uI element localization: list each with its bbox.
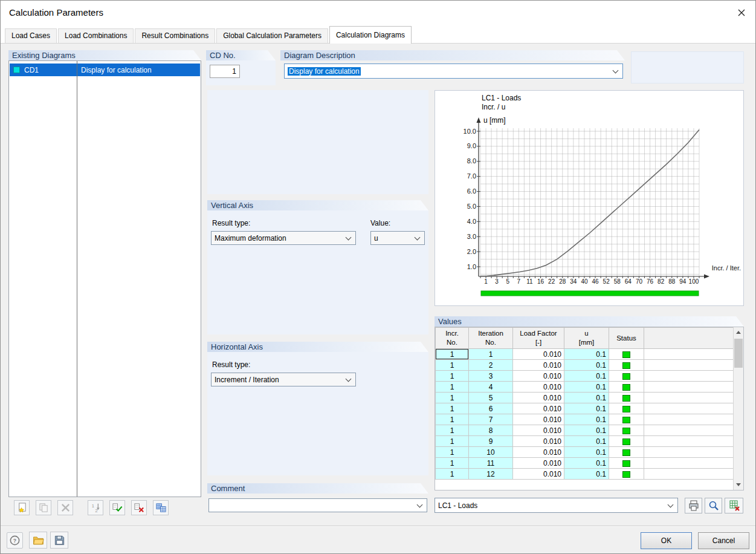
diagram-description-combobox[interactable]: Display for calculation <box>284 64 623 79</box>
tab-load-combinations[interactable]: Load Combinations <box>58 28 134 43</box>
values-row[interactable]: 150.0100.1 <box>436 393 735 403</box>
cell-load-factor[interactable]: 0.010 <box>513 371 564 382</box>
set-check-marks-button[interactable] <box>109 500 125 515</box>
print-button[interactable] <box>685 498 702 513</box>
new-diagram-button[interactable] <box>14 500 30 515</box>
cell-incr-no[interactable]: 1 <box>436 469 469 480</box>
tab-result-combinations[interactable]: Result Combinations <box>135 28 215 43</box>
cell-iteration-no[interactable]: 3 <box>469 371 513 382</box>
cell-load-factor[interactable]: 0.010 <box>513 414 564 425</box>
select-diagrams-button[interactable] <box>153 500 169 515</box>
x-tick-label: 34 <box>570 278 577 285</box>
values-row[interactable]: 140.0100.1 <box>436 382 735 393</box>
cell-u[interactable]: 0.1 <box>564 425 609 436</box>
cell-incr-no[interactable]: 1 <box>436 349 469 360</box>
delete-diagram-button[interactable] <box>57 500 73 515</box>
tab-global-calculation-parameters[interactable]: Global Calculation Parameters <box>216 28 328 43</box>
scroll-down-button[interactable] <box>734 480 743 490</box>
cell-incr-no[interactable]: 1 <box>436 382 469 393</box>
cell-incr-no[interactable]: 1 <box>436 393 469 403</box>
values-row[interactable]: 1110.0100.1 <box>436 458 735 469</box>
copy-diagram-button[interactable] <box>36 500 51 515</box>
cell-u[interactable]: 0.1 <box>564 436 609 447</box>
cd-no-input[interactable] <box>210 65 240 78</box>
values-scrollbar[interactable] <box>733 327 743 490</box>
x-axis-title: Incr. / Iter. <box>712 264 741 272</box>
vertical-result-type-label: Result type: <box>212 219 250 227</box>
vertical-value-dropdown[interactable]: u <box>370 231 425 245</box>
cell-iteration-no[interactable]: 8 <box>469 425 513 436</box>
cell-u[interactable]: 0.1 <box>564 403 609 414</box>
cell-load-factor[interactable]: 0.010 <box>513 403 564 414</box>
values-row[interactable]: 110.0100.1 <box>436 349 735 360</box>
values-row[interactable]: 130.0100.1 <box>436 371 735 382</box>
cell-load-factor[interactable]: 0.010 <box>513 447 564 458</box>
values-row[interactable]: 120.0100.1 <box>436 360 735 371</box>
close-icon[interactable] <box>732 4 751 21</box>
cell-incr-no[interactable]: 1 <box>436 414 469 425</box>
cell-iteration-no[interactable]: 9 <box>469 436 513 447</box>
cell-u[interactable]: 0.1 <box>564 458 609 469</box>
cell-load-factor[interactable]: 0.010 <box>513 436 564 447</box>
tab-calculation-diagrams[interactable]: Calculation Diagrams <box>329 26 412 44</box>
cell-u[interactable]: 0.1 <box>564 360 609 371</box>
check-marks-icon <box>112 502 123 513</box>
cell-u[interactable]: 0.1 <box>564 469 609 480</box>
scroll-up-button[interactable] <box>734 327 743 337</box>
cell-load-factor[interactable]: 0.010 <box>513 425 564 436</box>
comment-combobox[interactable] <box>208 498 427 512</box>
delete-check-marks-button[interactable] <box>131 500 147 515</box>
values-row[interactable]: 160.0100.1 <box>436 403 735 414</box>
save-button[interactable] <box>50 532 68 549</box>
cell-iteration-no[interactable]: 7 <box>469 414 513 425</box>
cell-load-factor[interactable]: 0.010 <box>513 458 564 469</box>
scrollbar-thumb[interactable] <box>734 339 743 368</box>
values-row[interactable]: 1100.0100.1 <box>436 447 735 458</box>
open-file-button[interactable] <box>29 532 47 549</box>
cell-load-factor[interactable]: 0.010 <box>513 382 564 393</box>
cell-u[interactable]: 0.1 <box>564 447 609 458</box>
cell-incr-no[interactable]: 1 <box>436 403 469 414</box>
cell-load-factor[interactable]: 0.010 <box>513 393 564 403</box>
open-folder-icon <box>33 535 44 546</box>
export-excel-button[interactable] <box>725 498 743 513</box>
tab-load-cases[interactable]: Load Cases <box>5 28 57 43</box>
cell-incr-no[interactable]: 1 <box>436 371 469 382</box>
cell-iteration-no[interactable]: 11 <box>469 458 513 469</box>
cell-load-factor[interactable]: 0.010 <box>513 349 564 360</box>
help-button[interactable]: ? <box>7 532 23 549</box>
cell-iteration-no[interactable]: 2 <box>469 360 513 371</box>
cell-status <box>609 393 644 403</box>
cell-incr-no[interactable]: 1 <box>436 360 469 371</box>
cell-u[interactable]: 0.1 <box>564 371 609 382</box>
load-case-selector[interactable]: LC1 - Loads <box>435 498 678 513</box>
cell-u[interactable]: 0.1 <box>564 393 609 403</box>
cell-u[interactable]: 0.1 <box>564 414 609 425</box>
vertical-result-type-dropdown[interactable]: Maximum deformation <box>211 231 356 245</box>
horizontal-result-type-dropdown[interactable]: Increment / Iteration <box>211 373 356 386</box>
values-row[interactable]: 190.0100.1 <box>436 436 735 447</box>
zoom-button[interactable] <box>705 498 722 513</box>
renumber-diagrams-button[interactable]: 12 <box>88 500 103 515</box>
cell-iteration-no[interactable]: 4 <box>469 382 513 393</box>
cell-iteration-no[interactable]: 6 <box>469 403 513 414</box>
cell-load-factor[interactable]: 0.010 <box>513 360 564 371</box>
cell-iteration-no[interactable]: 12 <box>469 469 513 480</box>
cell-iteration-no[interactable]: 10 <box>469 447 513 458</box>
diagram-list[interactable]: CD1 Display for calculation <box>8 60 201 497</box>
values-row[interactable]: 170.0100.1 <box>436 414 735 425</box>
cell-load-factor[interactable]: 0.010 <box>513 469 564 480</box>
cell-incr-no[interactable]: 1 <box>436 436 469 447</box>
cell-incr-no[interactable]: 1 <box>436 447 469 458</box>
values-row[interactable]: 1120.0100.1 <box>436 469 735 480</box>
cell-incr-no[interactable]: 1 <box>436 458 469 469</box>
cell-u[interactable]: 0.1 <box>564 382 609 393</box>
diagram-list-item[interactable]: CD1 Display for calculation <box>10 64 200 76</box>
cell-incr-no[interactable]: 1 <box>436 425 469 436</box>
cell-u[interactable]: 0.1 <box>564 349 609 360</box>
cell-iteration-no[interactable]: 5 <box>469 393 513 403</box>
values-row[interactable]: 180.0100.1 <box>436 425 735 436</box>
cell-iteration-no[interactable]: 1 <box>469 349 513 360</box>
cancel-button[interactable]: Cancel <box>698 532 749 549</box>
ok-button[interactable]: OK <box>641 532 692 549</box>
